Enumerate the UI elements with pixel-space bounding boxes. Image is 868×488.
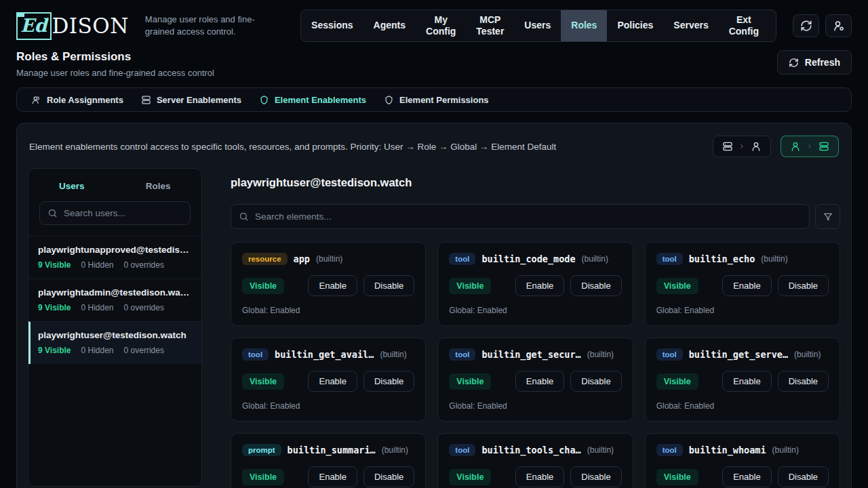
global-status-text: Global: Enabled (449, 306, 621, 315)
visibility-status-badge: Visible (242, 373, 284, 390)
nav-tab[interactable]: Policies (607, 10, 663, 41)
element-card-actions: Visible Enable Disable (242, 466, 414, 487)
nav-tab[interactable]: Roles (561, 10, 607, 41)
view-toggle-button[interactable] (713, 136, 771, 157)
section-tab-icon (141, 95, 151, 105)
visible-count: 9 Visible (38, 260, 71, 270)
sidebar-tabs: Users Roles (28, 169, 201, 199)
elements-main: playwrightuser@testedison.watch resource (213, 168, 840, 488)
user-search-input[interactable] (64, 208, 182, 218)
enable-button[interactable]: Enable (308, 466, 357, 487)
disable-button[interactable]: Disable (778, 466, 829, 487)
user-settings-button[interactable] (825, 14, 852, 37)
enable-button[interactable]: Enable (308, 371, 357, 392)
filter-button[interactable] (815, 204, 840, 229)
nav-tab[interactable]: Sessions (301, 10, 363, 41)
sidebar-tab[interactable]: Users (28, 173, 115, 199)
enable-button[interactable]: Enable (722, 466, 771, 487)
element-card-header: resource app (builtin) (242, 253, 414, 265)
refresh-button[interactable]: Refresh (777, 50, 852, 75)
element-origin: (builtin) (316, 254, 342, 264)
enable-disable-group: Enable Disable (722, 371, 829, 392)
main-nav: Sessions Agents My Config MCP Tester Use… (300, 9, 776, 42)
disable-button[interactable]: Disable (363, 466, 414, 487)
user-list-item[interactable]: playwrightuser@testedison.watch 9 Visibl… (28, 321, 201, 364)
enable-button[interactable]: Enable (722, 275, 771, 296)
toggle-left-icon (790, 141, 801, 152)
section-tab[interactable]: Element Permissions (375, 88, 498, 111)
disable-button[interactable]: Disable (363, 275, 414, 296)
sidebar-search-wrap (28, 199, 201, 236)
user-stats: 9 Visible 0 Hidden 0 overrides (38, 346, 192, 355)
logo-text: DISON (52, 16, 128, 37)
panel-content: Users Roles playwrightunapproved@test (28, 168, 840, 488)
element-card: tool builtin_get_serve… (builtin) Visibl… (645, 338, 840, 422)
nav-tab[interactable]: My Config (416, 10, 466, 41)
nav-tab[interactable]: Advanced (769, 10, 776, 41)
disable-button[interactable]: Disable (778, 275, 829, 296)
section-tab[interactable]: Role Assignments (22, 88, 132, 111)
element-card-actions: Visible Enable Disable (656, 275, 829, 296)
nav-tab[interactable]: Agents (363, 10, 416, 41)
section-tab[interactable]: Element Enablements (250, 88, 375, 111)
section-tab[interactable]: Server Enablements (132, 88, 250, 111)
disable-button[interactable]: Disable (778, 371, 829, 392)
nav-tab-label: Roles (571, 20, 597, 32)
element-name: builtin_get_avail… (275, 349, 374, 360)
element-card-actions: Visible Enable Disable (449, 371, 621, 392)
user-list-item[interactable]: playwrightunapproved@testedis… 9 Visible… (28, 236, 201, 279)
logo-mark: Ed (16, 12, 52, 40)
page-title: Roles & Permissions (16, 50, 214, 64)
enable-disable-group: Enable Disable (308, 371, 414, 392)
disable-button[interactable]: Disable (570, 466, 621, 487)
element-card-header: tool builtin_code_mode (builtin) (449, 253, 621, 265)
element-name: builtin_get_serve… (689, 349, 788, 360)
sidebar-tab[interactable]: Roles (115, 173, 202, 199)
user-list: playwrightunapproved@testedis… 9 Visible… (28, 236, 201, 364)
enable-button[interactable]: Enable (515, 466, 564, 487)
user-list-item[interactable]: playwrightadmin@testedison.wa… 9 Visible… (28, 279, 201, 321)
section-tab-icon (259, 95, 269, 105)
nav-tab[interactable]: Users (514, 10, 561, 41)
element-origin: (builtin) (587, 350, 614, 359)
view-toggle-button[interactable] (781, 136, 839, 157)
element-search-input[interactable] (255, 211, 802, 222)
refresh-data-button[interactable] (793, 14, 819, 37)
edison-logo: Ed DISON (16, 12, 129, 40)
element-type-badge: resource (242, 253, 288, 265)
enable-button[interactable]: Enable (515, 371, 564, 392)
panel-info-row: Element enablements control access to sp… (29, 136, 839, 157)
visibility-status-badge: Visible (449, 373, 491, 390)
enable-disable-group: Enable Disable (308, 466, 414, 487)
disable-button[interactable]: Disable (570, 275, 621, 296)
global-status-text: Global: Enabled (449, 401, 621, 411)
nav-tab-label: Sessions (311, 20, 353, 32)
visibility-status-badge: Visible (449, 278, 491, 294)
element-name: builtin_code_mode (481, 253, 575, 264)
element-name: builtin_echo (689, 253, 755, 264)
header-icon-buttons (793, 14, 852, 37)
element-name: builtin_whoami (689, 445, 766, 455)
disable-button[interactable]: Disable (570, 371, 621, 392)
element-enablements-panel: Element enablements control access to sp… (16, 123, 852, 488)
nav-tab[interactable]: Ext Config (719, 10, 769, 41)
nav-tab-label: My Config (426, 14, 456, 38)
element-type-badge: prompt (242, 444, 281, 456)
search-icon (47, 208, 58, 218)
sidebar-tab-label: Roles (146, 181, 171, 191)
selected-user-heading: playwrightuser@testedison.watch (231, 176, 840, 189)
user-email: playwrightadmin@testedison.wa… (38, 287, 192, 298)
element-name: builtin_tools_cha… (481, 445, 580, 455)
section-tab-label: Role Assignments (47, 95, 123, 105)
nav-tab[interactable]: MCP Tester (466, 10, 514, 41)
nav-tab[interactable]: Servers (663, 10, 718, 41)
enable-button[interactable]: Enable (722, 371, 771, 392)
element-origin: (builtin) (382, 445, 408, 455)
disable-button[interactable]: Disable (363, 371, 414, 392)
element-card-header: tool builtin_whoami (builtin) (656, 444, 829, 456)
section-tab-icon (384, 95, 394, 105)
element-card-header: tool builtin_echo (builtin) (656, 253, 829, 265)
enable-button[interactable]: Enable (515, 275, 564, 296)
user-search-box (39, 201, 191, 225)
enable-button[interactable]: Enable (308, 275, 357, 296)
